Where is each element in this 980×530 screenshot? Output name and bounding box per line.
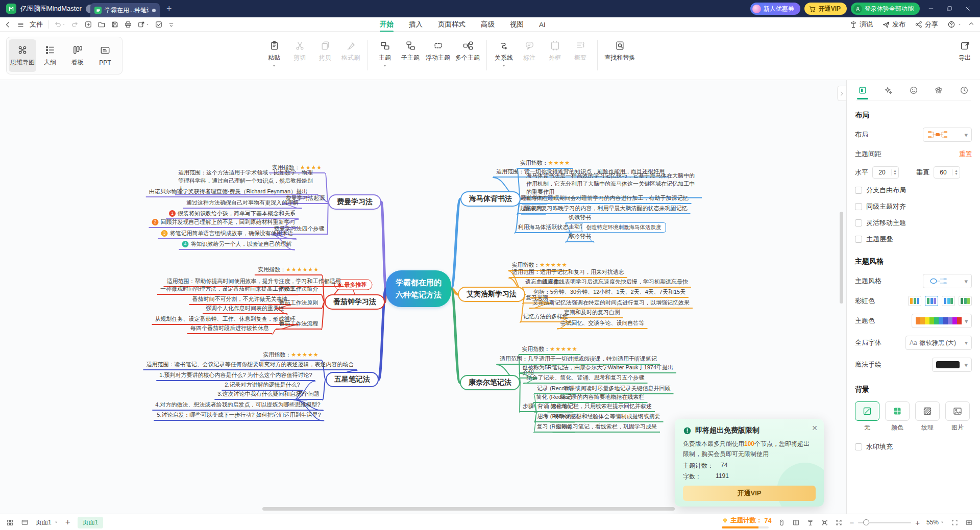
vertical-scrollbar[interactable] bbox=[840, 212, 843, 304]
mindmap-node-t-pomo[interactable]: 番茄钟学习法 bbox=[325, 294, 385, 310]
presentation-mode-icon[interactable] bbox=[806, 519, 814, 526]
mindmap-node-h-wake[interactable]: 醒来后复习昨晚学习的内容，利用早晨大脑清醒的状态来巩固记忆 bbox=[522, 204, 691, 214]
publish-button[interactable]: 发布 bbox=[882, 20, 905, 29]
checkbox-row-同级主题对齐[interactable]: 同级主题对齐 bbox=[855, 202, 972, 211]
mindmap-node-h-sleep[interactable]: 海马体在睡眠期间会对睡前学习的内容进行加工，有助于加深记忆 bbox=[523, 194, 692, 204]
export-button[interactable]: 导出 bbox=[959, 40, 971, 62]
rainbow-option-3[interactable] bbox=[942, 296, 955, 306]
mindmap-node-h-act-label[interactable]: 利用海马体活跃状态 bbox=[515, 223, 572, 233]
login-button[interactable]: 登录体验全部功能 bbox=[851, 3, 920, 15]
horizontal-scrollbar[interactable] bbox=[262, 507, 675, 511]
zoom-in-button[interactable]: + bbox=[915, 518, 920, 527]
mindmap-node-c-s2[interactable]: 将记录的内容简要地概括在线索栏 bbox=[557, 393, 648, 403]
print-button[interactable] bbox=[124, 20, 132, 29]
mindmap-node-t-ebb[interactable]: 艾宾浩斯学习法 bbox=[458, 287, 525, 302]
file-menu[interactable]: 文件 bbox=[30, 20, 43, 29]
checkbox[interactable] bbox=[855, 219, 862, 226]
mindmap-node-e-var2[interactable]: 尝试回忆、交谈争论、设问自答等 bbox=[557, 319, 648, 329]
mode-大纲[interactable]: 大纲 bbox=[36, 39, 64, 72]
theme-tab-icon[interactable] bbox=[932, 81, 945, 99]
mindmap-node-p-flow-label[interactable]: 番茄工作法流程 bbox=[276, 319, 322, 330]
zoom-slider-track[interactable] bbox=[858, 522, 911, 523]
magic-draw-dropdown[interactable]: ▾ bbox=[932, 358, 972, 372]
topic-count[interactable]: 主题计数：74 bbox=[722, 516, 771, 528]
new-document-button[interactable] bbox=[84, 20, 92, 29]
mindmap-node-e-curve[interactable]: 遗忘曲线表明学习后遗忘速度先快后慢，学习初期遗忘最快 bbox=[539, 277, 691, 288]
main-menu-icon[interactable] bbox=[17, 21, 24, 29]
mindmap-node-p-flow2[interactable]: 每四个番茄时段后进行较长休息 bbox=[187, 324, 272, 334]
mindmap-node-f-s3[interactable]: 3将笔记用简单语言组织成故事，确保没有使用术语 bbox=[158, 229, 297, 239]
ribbon-tab-页面样式[interactable]: 页面样式 bbox=[437, 18, 467, 31]
mindmap-node-s-q3[interactable]: 3.这次讨论中我有什么疑问和启发? bbox=[214, 390, 307, 400]
checkbox-row-主题层叠[interactable]: 主题层叠 bbox=[855, 235, 972, 244]
mindmap-node-c-i2[interactable]: 结合了记录、简化、背诵、思考和复习五个步骤 bbox=[524, 373, 648, 384]
checkbox[interactable] bbox=[855, 203, 862, 210]
quick-export-button[interactable] bbox=[137, 20, 150, 29]
mode-看板[interactable]: 看板 bbox=[64, 39, 91, 72]
maximize-button[interactable] bbox=[942, 3, 957, 15]
vertical-stepper[interactable]: 60▲▼ bbox=[934, 166, 960, 179]
horizontal-stepper[interactable]: 20▲▼ bbox=[872, 166, 899, 179]
rainbow-option-2[interactable] bbox=[925, 296, 938, 306]
undo-button[interactable] bbox=[54, 20, 66, 29]
add-page-button[interactable]: + bbox=[65, 517, 70, 527]
mindmap-node-t-hippo[interactable]: 海马体背书法 bbox=[460, 191, 521, 207]
ribbon-tab-视图[interactable]: 视图 bbox=[509, 18, 525, 31]
vip-button[interactable]: 开通VIP bbox=[804, 3, 847, 15]
save-button[interactable] bbox=[111, 20, 119, 29]
mindmap-node-e-cyc1[interactable]: 包括：5分钟、30分钟、12小时、1天、2天、4天、7天和15天 bbox=[530, 288, 689, 298]
background-option-无[interactable]: 无 bbox=[855, 401, 879, 432]
mindmap-node-c-s4[interactable]: 将听课感想和经验体会等编制成提纲或摘要 bbox=[551, 412, 664, 422]
multi-page-view-icon[interactable] bbox=[792, 519, 800, 526]
popup-close-icon[interactable]: ✕ bbox=[812, 424, 818, 432]
checkbox-row-分支自由布局[interactable]: 分支自由布局 bbox=[855, 186, 972, 195]
toolbar-button-关系线[interactable]: 关系线 bbox=[491, 36, 517, 74]
panel-collapse-handle[interactable] bbox=[837, 86, 846, 101]
mouse-mode-icon[interactable] bbox=[778, 519, 786, 526]
mindmap-node-s-scope[interactable]: 适用范围：读书笔记、会议记录等任何你想要研究对方的表述逻辑，表述内容的场合 bbox=[143, 360, 357, 370]
mindmap-node-s-q4[interactable]: 4.对方的做法、想法或者给我的启发点，可以提炼为哪些思维模型? bbox=[152, 400, 323, 411]
theme-color-dropdown[interactable]: ▾ bbox=[912, 314, 972, 328]
document-tab[interactable]: 学霸在用...种笔记法 bbox=[90, 3, 160, 17]
back-button[interactable] bbox=[4, 21, 12, 29]
style-panel-tab-icon[interactable] bbox=[856, 81, 869, 99]
ribbon-tab-AI[interactable]: AI bbox=[538, 19, 547, 31]
ai-beautify-tab-icon[interactable] bbox=[881, 81, 895, 99]
toolbar-button-子主题[interactable]: 子主题 bbox=[398, 36, 423, 74]
zoom-out-button[interactable]: − bbox=[849, 518, 854, 527]
task-check-button[interactable] bbox=[155, 20, 163, 29]
reset-button[interactable]: 重置 bbox=[959, 150, 972, 159]
ribbon-tab-插入[interactable]: 插入 bbox=[408, 18, 424, 31]
global-font-dropdown[interactable]: Aa微软雅黑 (大) ▾ bbox=[905, 336, 972, 350]
mindmap-node-h-box[interactable]: 创造特定环境刺激海马体活跃度 bbox=[582, 222, 666, 233]
mindmap-node-h-act3[interactable]: 寒冷背书 bbox=[566, 232, 594, 242]
coupon-button[interactable]: 新人优惠券 bbox=[750, 3, 800, 15]
ribbon-tab-开始[interactable]: 开始 bbox=[379, 18, 395, 31]
background-option-图片[interactable]: 图片 bbox=[945, 401, 970, 432]
page-selector[interactable]: 页面1 bbox=[36, 518, 58, 527]
checkbox-row-灵活移动主题[interactable]: 灵活移动主题 bbox=[855, 218, 972, 228]
toolbar-options-icon[interactable] bbox=[168, 21, 175, 28]
toolbar-button-查找和替换[interactable]: 查找和替换 bbox=[602, 36, 638, 74]
fit-page-icon[interactable] bbox=[821, 519, 828, 526]
zoom-slider-knob[interactable] bbox=[863, 519, 869, 525]
mindmap-node-c-stars[interactable]: 实用指数：★★★★★ bbox=[519, 345, 580, 355]
ribbon-tab-高级[interactable]: 高级 bbox=[480, 18, 496, 31]
mindmap-node-c-s3[interactable]: 遮住笔记栏，只用线索栏提示回忆并叙述 bbox=[548, 402, 655, 412]
minimize-button[interactable] bbox=[924, 3, 938, 15]
mindmap-node-p-intro-label[interactable]: 番茄工作法简介 bbox=[276, 285, 322, 295]
help-button[interactable] bbox=[947, 20, 962, 29]
watermark-checkbox[interactable] bbox=[855, 443, 862, 450]
mindmap-node-h-act1[interactable]: 饥饿背书 bbox=[566, 213, 594, 223]
checkbox[interactable] bbox=[855, 236, 862, 243]
mindmap-node-e-scope[interactable]: 适用范围：适用于记忆和复习，用来对抗遗忘 bbox=[509, 268, 627, 278]
collapse-ribbon-button[interactable] bbox=[968, 20, 975, 27]
mode-思维导图[interactable]: 思维导图 bbox=[9, 39, 36, 72]
mindmap-node-e-cyc2[interactable]: 艾宾浩斯记忆法强调在特定的时间点进行复习，以增强记忆效果 bbox=[529, 298, 693, 309]
page-grid-icon[interactable] bbox=[6, 519, 14, 526]
close-button[interactable] bbox=[961, 3, 975, 15]
new-tab-button[interactable]: + bbox=[166, 4, 172, 13]
mindmap-node-s-q1[interactable]: 1.预判对方要讲的核心内容是什么? 为什么这个内容值得讨论? bbox=[156, 371, 315, 381]
redo-button[interactable] bbox=[71, 20, 79, 29]
mindmap-node-s-q5[interactable]: 5.讨论启发：哪些可以变成下一步行动? 如何把它们运用到生活里? bbox=[154, 411, 324, 421]
